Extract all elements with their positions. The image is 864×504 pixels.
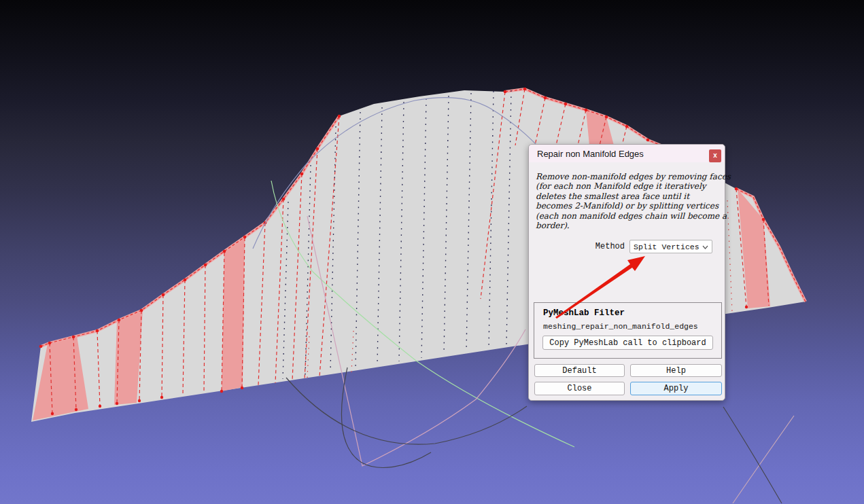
chevron-down-icon	[702, 245, 708, 249]
close-button[interactable]: Close	[534, 382, 625, 395]
trackball-circle-dark-right	[723, 407, 782, 503]
pymeshlab-filter-groupbox: PyMeshLab Filter meshing_repair_non_mani…	[534, 302, 722, 359]
trackball-circle-pink-right	[733, 416, 794, 503]
trackball-circle-dark-wide	[286, 378, 527, 444]
method-label: Method	[595, 242, 625, 251]
help-button[interactable]: Help	[630, 364, 722, 377]
dialog-titlebar[interactable]: Repair non Manifold Edges x	[529, 145, 725, 162]
pymeshlab-filter-heading: PyMeshLab Filter	[543, 308, 625, 318]
copy-pymeshlab-call-button[interactable]: Copy PyMeshLab call to clipboard	[542, 336, 713, 350]
dialog-title: Repair non Manifold Edges	[537, 149, 644, 159]
method-row: Method Split Vertices	[529, 240, 712, 253]
apply-button[interactable]: Apply	[630, 382, 722, 395]
trackball-circle-dark-tall	[341, 367, 431, 467]
repair-non-manifold-edges-dialog: Repair non Manifold Edges x Remove non-m…	[528, 144, 725, 401]
3d-viewport[interactable]	[0, 0, 864, 504]
pymeshlab-filter-name: meshing_repair_non_manifold_edges	[543, 322, 698, 331]
default-button[interactable]: Default	[534, 364, 625, 377]
close-icon[interactable]: x	[709, 149, 721, 162]
method-selected-value: Split Vertices	[634, 242, 699, 251]
method-select[interactable]: Split Vertices	[629, 240, 712, 253]
filter-description: Remove non-manifold edges by removing fa…	[536, 172, 721, 230]
